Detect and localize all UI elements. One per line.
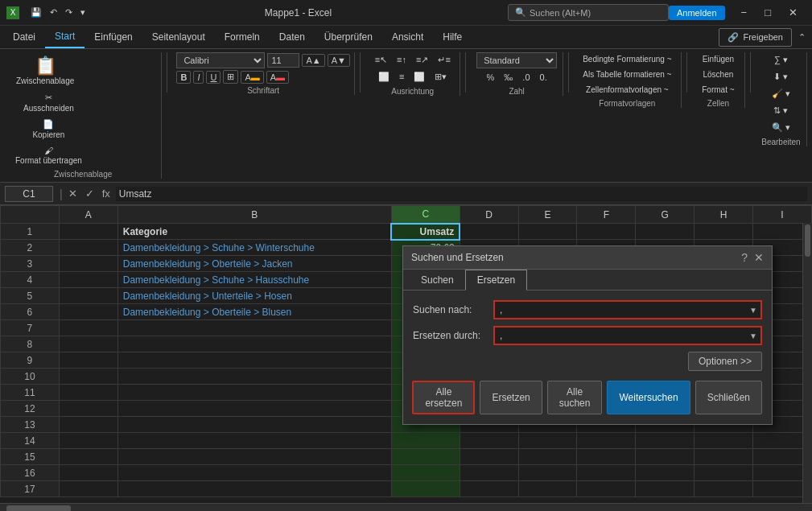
bedingte-formatierung-button[interactable]: Bedingte Formatierung ~ [579, 52, 675, 66]
save-qat-button[interactable]: 💾 [27, 6, 45, 19]
cell-a6[interactable] [59, 304, 117, 320]
ersetzen-button[interactable]: Ersetzen [480, 381, 542, 414]
vertical-scrollbar[interactable] [802, 223, 812, 503]
comma-button[interactable]: ‰ [500, 70, 517, 84]
cell-d1[interactable] [460, 224, 518, 240]
merge-cells-button[interactable]: ⊞▾ [431, 69, 451, 84]
fill-button[interactable]: ⬇ ▾ [769, 69, 792, 84]
cell-reference-box[interactable] [5, 186, 53, 202]
signin-button[interactable]: Anmelden [669, 6, 725, 20]
ersetzen-durch-input[interactable]: , [495, 328, 746, 344]
optionen-button[interactable]: Optionen >> [688, 352, 762, 371]
align-top-center-button[interactable]: ≡↑ [393, 52, 410, 68]
tab-ueberpruefen[interactable]: Überprüfen [315, 26, 382, 48]
suchen-nach-input[interactable]: , [495, 302, 746, 318]
dialog-tab-ersetzen[interactable]: Ersetzen [465, 270, 527, 291]
tab-daten[interactable]: Daten [270, 26, 315, 48]
format-painter-button[interactable]: 🖌 Format übertragen [11, 143, 86, 167]
find-select-button[interactable]: 🔍 ▾ [768, 120, 794, 135]
minimize-button[interactable]: − [733, 3, 756, 22]
cell-a3[interactable] [59, 256, 117, 272]
schliessen-button[interactable]: Schließen [695, 381, 762, 414]
cell-h1[interactable] [695, 224, 753, 240]
sort-filter-button[interactable]: ⇅ ▾ [769, 103, 792, 118]
col-header-h[interactable]: H [695, 206, 753, 224]
alle-ersetzen-button[interactable]: Alle ersetzen [412, 381, 475, 414]
horizontal-scrollbar[interactable] [0, 503, 812, 511]
maximize-button[interactable]: □ [756, 3, 779, 22]
cell-a1[interactable] [59, 224, 117, 240]
tab-hilfe[interactable]: Hilfe [433, 26, 472, 48]
tab-formeln[interactable]: Formeln [215, 26, 270, 48]
col-header-f[interactable]: F [577, 206, 636, 224]
increase-decimal-button[interactable]: .0 [518, 70, 534, 84]
cell-b1[interactable]: Kategorie [117, 224, 391, 240]
insert-function-button[interactable]: fx [100, 187, 113, 200]
formula-input[interactable]: Umsatz [116, 187, 807, 201]
align-right-button[interactable]: ⬜ [410, 69, 429, 84]
fill-color-button[interactable]: A▬ [241, 71, 263, 84]
col-header-b[interactable]: B [117, 206, 391, 224]
clear-button[interactable]: 🧹 ▾ [768, 86, 794, 101]
title-search-box[interactable]: 🔍 Suchen (Alt+M) [508, 4, 669, 21]
align-top-left-button[interactable]: ≡↖ [371, 52, 391, 68]
font-size-increase-button[interactable]: A▲ [302, 54, 324, 67]
dialog-tab-suchen[interactable]: Suchen [410, 270, 465, 290]
font-name-select[interactable]: Calibri [176, 52, 265, 68]
ersetzen-durch-dropdown-button[interactable]: ▼ [746, 332, 760, 340]
align-top-right-button[interactable]: ≡↗ [412, 52, 432, 68]
col-header-c[interactable]: C [391, 206, 460, 224]
dialog-help-button[interactable]: ? [741, 251, 748, 264]
border-button[interactable]: ⊞ [223, 70, 238, 84]
font-size-decrease-button[interactable]: A▼ [328, 54, 350, 67]
suchen-nach-dropdown-button[interactable]: ▼ [746, 306, 760, 315]
einfuegen-large-button[interactable]: 📋 Zwischenablage [11, 52, 79, 89]
font-color-button[interactable]: A▬ [266, 71, 289, 84]
weitersuchen-button[interactable]: Weitersuchen [607, 381, 690, 414]
decrease-decimal-button[interactable]: 0. [536, 70, 551, 84]
bold-button[interactable]: B [176, 71, 191, 84]
close-button[interactable]: ✕ [781, 3, 806, 22]
format-zellen-button[interactable]: Format ~ [698, 83, 738, 97]
alle-suchen-button[interactable]: Alle suchen [547, 381, 603, 414]
cell-b4[interactable]: Damenbekleidung > Schuhe > Hausschuhe [117, 272, 391, 288]
cell-g1[interactable] [636, 224, 695, 240]
wrap-text-button[interactable]: ↵≡ [434, 52, 454, 68]
align-left-button[interactable]: ⬜ [374, 69, 394, 84]
italic-button[interactable]: I [193, 71, 204, 84]
undo-qat-button[interactable]: ↶ [47, 6, 60, 19]
ribbon-collapse-button[interactable]: ⌃ [795, 26, 809, 48]
cell-e1[interactable] [518, 224, 577, 240]
cancel-formula-button[interactable]: ✕ [66, 187, 80, 200]
confirm-formula-button[interactable]: ✓ [83, 187, 97, 200]
col-header-a[interactable]: A [59, 206, 117, 224]
cut-button[interactable]: ✂ Ausschneiden [11, 90, 86, 115]
copy-button[interactable]: 📄 Kopieren [11, 117, 86, 142]
cell-a4[interactable] [59, 272, 117, 288]
col-header-e[interactable]: E [518, 206, 577, 224]
cell-a5[interactable] [59, 288, 117, 304]
number-format-select[interactable]: Standard [476, 52, 557, 68]
als-tabelle-button[interactable]: Als Tabelle formatieren ~ [579, 68, 675, 81]
tab-ansicht[interactable]: Ansicht [382, 26, 433, 48]
tab-datei[interactable]: Datei [3, 26, 45, 48]
cell-b3[interactable]: Damenbekleidung > Oberteile > Jacken [117, 256, 391, 272]
share-button[interactable]: 🔗 Freigeben [719, 28, 792, 47]
underline-button[interactable]: U [206, 71, 221, 84]
cell-b5[interactable]: Damenbekleidung > Unterteile > Hosen [117, 288, 391, 304]
tab-start[interactable]: Start [45, 26, 84, 48]
zellenformatvorlagen-button[interactable]: Zellenformatvorlagen ~ [582, 83, 673, 97]
cell-c1[interactable]: Umsatz [391, 224, 460, 240]
percent-button[interactable]: % [483, 70, 499, 84]
tab-seitenlayout[interactable]: Seitenlayout [142, 26, 215, 48]
h-scroll-thumb[interactable] [6, 505, 71, 512]
tab-einfuegen[interactable]: Einfügen [84, 26, 142, 48]
col-header-i[interactable]: I [753, 206, 812, 224]
einfuegen-zellen-button[interactable]: Einfügen [699, 52, 738, 66]
cell-b2[interactable]: Damenbekleidung > Schuhe > Winterschuhe [117, 240, 391, 256]
customize-qat-button[interactable]: ▾ [77, 6, 89, 19]
scroll-thumb[interactable] [805, 225, 810, 257]
cell-b6[interactable]: Damenbekleidung > Oberteile > Blusen [117, 304, 391, 320]
autosum-button[interactable]: ∑ ▾ [770, 52, 792, 68]
loeschen-zellen-button[interactable]: Löschen [699, 68, 738, 81]
